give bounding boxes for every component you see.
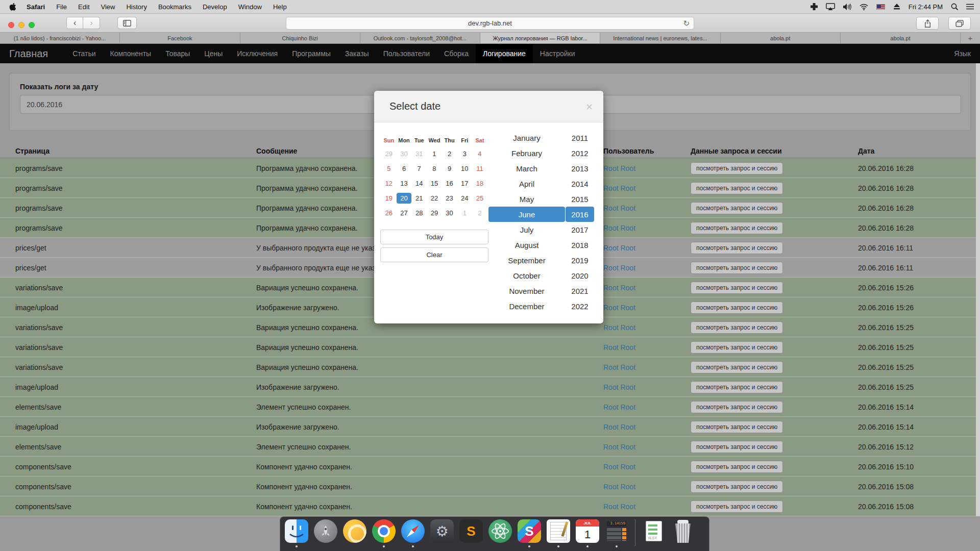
reload-icon[interactable]: ↻ [683,19,690,28]
calendar-day[interactable]: 28 [411,206,427,220]
nav-item-товары[interactable]: Товары [158,44,197,63]
close-window-button[interactable] [8,22,14,28]
calendar-day[interactable]: 21 [411,191,427,206]
year-option-2016[interactable]: 2016 [566,207,594,222]
user-link[interactable]: Root Root [603,304,635,312]
browser-tab-1[interactable]: (1 não lidos) - franciscobizi - Yahoo... [0,33,120,43]
calendar-day[interactable]: 3 [457,146,472,161]
calendar-day[interactable]: 8 [427,161,442,176]
new-tab-button[interactable]: + [961,33,980,43]
view-request-session-button[interactable]: посмотреть запрос и сессию [691,242,783,254]
menu-item-bookmarks[interactable]: Bookmarks [158,3,191,11]
user-link[interactable]: Root Root [603,363,635,371]
user-link[interactable]: Root Root [603,343,635,352]
sidebar-toggle-button[interactable] [117,17,137,29]
calendar-day[interactable]: 7 [411,161,427,176]
calendar-day[interactable]: 12 [381,176,397,191]
month-option-december[interactable]: December [488,298,565,314]
month-option-january[interactable]: January [488,130,565,145]
year-option-2022[interactable]: 2022 [566,298,594,314]
page-scrollbar[interactable] [976,63,980,516]
year-option-2021[interactable]: 2021 [566,283,594,298]
menu-item-edit[interactable]: Edit [78,3,89,11]
nav-item-статьи[interactable]: Статьи [65,44,103,63]
menu-item-file[interactable]: File [56,3,67,11]
view-request-session-button[interactable]: посмотреть запрос и сессию [691,162,783,174]
nav-item-заказы[interactable]: Заказы [338,44,376,63]
menu-item-window[interactable]: Window [238,3,262,11]
nav-item-сборка[interactable]: Сборка [437,44,476,63]
month-option-may[interactable]: May [488,191,565,207]
dock-textedit-icon[interactable] [547,519,570,543]
nav-item-цены[interactable]: Цены [197,44,230,63]
notification-center-icon[interactable] [966,4,974,10]
calendar-day[interactable]: 1 [457,206,472,220]
view-request-session-button[interactable]: посмотреть запрос и сессию [691,481,783,493]
nav-item-логирование[interactable]: Логирование [476,44,533,63]
month-option-october[interactable]: October [488,268,565,283]
dock-atom-icon[interactable] [488,519,512,543]
dock-calculator-icon[interactable]: 3.14159 [605,519,628,543]
calendar-day[interactable]: 23 [442,191,457,206]
calendar-day[interactable]: 27 [397,206,412,220]
volume-icon[interactable] [843,4,851,10]
year-option-2017[interactable]: 2017 [566,222,594,237]
menu-item-history[interactable]: History [126,3,146,11]
user-link[interactable]: Root Root [603,244,635,252]
calendar-day-selected[interactable]: 20 [397,191,412,206]
user-link[interactable]: Root Root [603,483,635,491]
calendar-day[interactable]: 19 [381,191,397,206]
view-request-session-button[interactable]: посмотреть запрос и сессию [691,500,783,513]
calendar-day[interactable]: 9 [442,161,457,176]
calendar-day[interactable]: 24 [457,191,472,206]
dock-slack-icon[interactable]: S [518,519,541,543]
calendar-day[interactable]: 2 [442,146,457,161]
month-option-september[interactable]: September [488,253,565,268]
user-link[interactable]: Root Root [603,204,635,212]
browser-tab-2[interactable]: Facebook [120,33,240,43]
eject-icon[interactable] [893,4,900,10]
calendar-day[interactable]: 4 [472,146,487,161]
month-option-june[interactable]: June [488,207,565,222]
calendar-day[interactable]: 29 [427,206,442,220]
user-link[interactable]: Root Root [603,323,635,332]
dock-launchpad-icon[interactable] [314,519,337,543]
dock-calendar-icon[interactable]: JUL1 [576,519,599,543]
year-option-2020[interactable]: 2020 [566,268,594,283]
apple-menu-icon[interactable] [9,3,16,11]
browser-tab-5[interactable]: Журнал логирования — RGB labor... [480,33,600,43]
user-link[interactable]: Root Root [603,443,635,451]
dock-system-preferences-icon[interactable]: ⚙ [430,519,454,543]
month-option-march[interactable]: March [488,161,565,176]
spotlight-search-icon[interactable] [951,3,958,10]
nav-item-language[interactable]: Язык [954,49,971,58]
dock-xlsx-file-icon[interactable]: XLSX [642,519,666,543]
view-request-session-button[interactable]: посмотреть запрос и сессию [691,202,783,214]
calendar-day[interactable]: 30 [397,146,412,161]
dock-sublime-text-icon[interactable]: S [459,519,483,543]
menu-item-develop[interactable]: Develop [203,3,227,11]
menu-item-view[interactable]: View [101,3,115,11]
view-request-session-button[interactable]: посмотреть запрос и сессию [691,262,783,274]
view-request-session-button[interactable]: посмотреть запрос и сессию [691,282,783,294]
view-request-session-button[interactable]: посмотреть запрос и сессию [691,302,783,314]
calendar-day[interactable]: 16 [442,176,457,191]
share-button[interactable] [916,17,939,30]
dock-finder-icon[interactable] [285,519,308,543]
view-request-session-button[interactable]: посмотреть запрос и сессию [691,182,783,194]
wifi-icon[interactable] [860,4,868,10]
view-request-session-button[interactable]: посмотреть запрос и сессию [691,361,783,373]
minimize-window-button[interactable] [18,22,24,28]
year-option-2011[interactable]: 2011 [566,130,594,145]
browser-tab-3[interactable]: Chiquinho Bizi [240,33,360,43]
calendar-day[interactable]: 29 [381,146,397,161]
user-link[interactable]: Root Root [603,224,635,232]
view-request-session-button[interactable]: посмотреть запрос и сессию [691,341,783,354]
input-language-flag-icon[interactable] [876,4,885,10]
month-option-november[interactable]: November [488,283,565,298]
dock-chrome-canary-icon[interactable] [343,519,366,543]
user-link[interactable]: Root Root [603,264,635,272]
calendar-day[interactable]: 1 [427,146,442,161]
menu-item-safari[interactable]: Safari [27,3,45,11]
today-button[interactable]: Today [380,230,488,244]
